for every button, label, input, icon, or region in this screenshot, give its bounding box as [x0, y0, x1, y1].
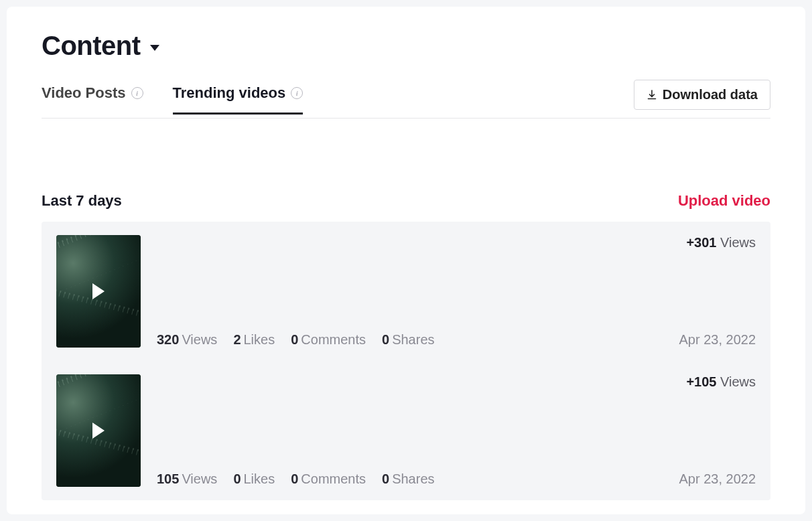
video-thumbnail[interactable]	[56, 235, 141, 348]
list-item: 320Views 2Likes 0Comments 0Shares +301 V…	[42, 222, 770, 361]
views-stat: 320Views	[157, 332, 217, 348]
tab-trending-videos[interactable]: Trending videos i	[173, 84, 303, 114]
video-stats: 320Views 2Likes 0Comments 0Shares	[157, 332, 663, 348]
play-icon	[92, 283, 105, 299]
shares-stat: 0Shares	[382, 332, 435, 348]
info-icon[interactable]: i	[131, 87, 143, 99]
comments-stat: 0Comments	[291, 471, 366, 487]
views-delta: +105 Views	[686, 374, 756, 390]
comments-stat: 0Comments	[291, 332, 366, 348]
video-right-col: +105 Views Apr 23, 2022	[679, 374, 756, 487]
tab-trending-label: Trending videos	[173, 84, 286, 102]
trending-list: 320Views 2Likes 0Comments 0Shares +301 V…	[42, 222, 770, 500]
download-data-label: Download data	[663, 87, 758, 102]
video-date: Apr 23, 2022	[679, 471, 756, 487]
list-item: 105Views 0Likes 0Comments 0Shares +105 V…	[42, 361, 770, 500]
views-stat: 105Views	[157, 471, 217, 487]
page-title-row: Content	[42, 31, 770, 61]
likes-stat: 0Likes	[233, 471, 275, 487]
download-icon	[647, 90, 657, 100]
play-icon	[92, 423, 105, 439]
tab-bar: Video Posts i Trending videos i Download…	[42, 80, 770, 119]
content-panel: Content Video Posts i Trending videos i …	[7, 7, 805, 514]
video-right-col: +301 Views Apr 23, 2022	[679, 235, 756, 348]
upload-video-link[interactable]: Upload video	[678, 192, 770, 210]
video-date: Apr 23, 2022	[679, 332, 756, 348]
section-header: Last 7 days Upload video	[42, 192, 770, 210]
video-meta: 320Views 2Likes 0Comments 0Shares	[157, 235, 663, 348]
views-delta: +301 Views	[686, 235, 756, 250]
tab-video-posts[interactable]: Video Posts i	[42, 84, 143, 114]
likes-stat: 2Likes	[233, 332, 275, 348]
shares-stat: 0Shares	[382, 471, 435, 487]
page-title: Content	[42, 31, 141, 61]
tabs: Video Posts i Trending videos i	[42, 84, 303, 114]
video-stats: 105Views 0Likes 0Comments 0Shares	[157, 471, 663, 487]
video-thumbnail[interactable]	[56, 374, 141, 487]
download-data-button[interactable]: Download data	[634, 80, 770, 110]
video-meta: 105Views 0Likes 0Comments 0Shares	[157, 374, 663, 487]
section-title: Last 7 days	[42, 192, 122, 210]
tab-video-posts-label: Video Posts	[42, 84, 126, 102]
caret-down-icon[interactable]	[150, 45, 159, 51]
info-icon[interactable]: i	[291, 87, 303, 99]
